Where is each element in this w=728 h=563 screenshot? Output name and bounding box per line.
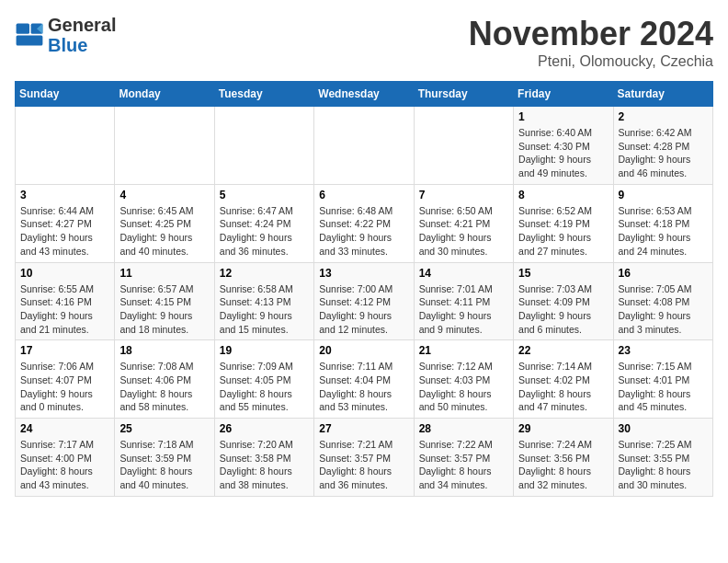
day-detail: Sunrise: 7:08 AM Sunset: 4:06 PM Dayligh… bbox=[119, 360, 209, 414]
logo-text-blue: Blue bbox=[48, 35, 116, 55]
calendar-cell: 15Sunrise: 7:03 AM Sunset: 4:09 PM Dayli… bbox=[514, 262, 613, 340]
day-number: 22 bbox=[518, 344, 608, 357]
calendar-header-row: Sunday Monday Tuesday Wednesday Thursday… bbox=[16, 82, 713, 107]
calendar-cell: 13Sunrise: 7:00 AM Sunset: 4:12 PM Dayli… bbox=[314, 262, 414, 340]
calendar-cell: 14Sunrise: 7:01 AM Sunset: 4:11 PM Dayli… bbox=[414, 262, 513, 340]
logo: General Blue bbox=[15, 15, 116, 55]
calendar-week-row: 17Sunrise: 7:06 AM Sunset: 4:07 PM Dayli… bbox=[16, 340, 713, 419]
calendar-cell: 20Sunrise: 7:11 AM Sunset: 4:04 PM Dayli… bbox=[314, 340, 414, 419]
day-detail: Sunrise: 7:25 AM Sunset: 3:55 PM Dayligh… bbox=[619, 438, 708, 492]
day-number: 12 bbox=[220, 267, 309, 280]
day-number: 19 bbox=[220, 344, 309, 357]
day-detail: Sunrise: 7:00 AM Sunset: 4:12 PM Dayligh… bbox=[319, 282, 408, 337]
month-title: November 2024 bbox=[469, 15, 713, 53]
calendar-cell: 10Sunrise: 6:55 AM Sunset: 4:16 PM Dayli… bbox=[16, 262, 115, 340]
calendar-cell bbox=[414, 107, 513, 185]
calendar-cell: 23Sunrise: 7:15 AM Sunset: 4:01 PM Dayli… bbox=[613, 340, 712, 419]
day-detail: Sunrise: 7:01 AM Sunset: 4:11 PM Dayligh… bbox=[419, 282, 508, 337]
calendar-cell: 1Sunrise: 6:40 AM Sunset: 4:30 PM Daylig… bbox=[514, 107, 613, 185]
day-number: 18 bbox=[119, 344, 209, 357]
calendar-cell: 18Sunrise: 7:08 AM Sunset: 4:06 PM Dayli… bbox=[115, 340, 214, 419]
day-number: 26 bbox=[220, 422, 309, 435]
day-number: 21 bbox=[419, 344, 508, 357]
day-number: 25 bbox=[119, 422, 209, 435]
calendar-cell: 26Sunrise: 7:20 AM Sunset: 3:58 PM Dayli… bbox=[214, 419, 313, 497]
day-detail: Sunrise: 7:20 AM Sunset: 3:58 PM Dayligh… bbox=[220, 438, 309, 492]
day-detail: Sunrise: 7:03 AM Sunset: 4:09 PM Dayligh… bbox=[518, 282, 608, 337]
calendar-cell: 11Sunrise: 6:57 AM Sunset: 4:15 PM Dayli… bbox=[115, 262, 214, 340]
day-detail: Sunrise: 6:50 AM Sunset: 4:21 PM Dayligh… bbox=[419, 204, 508, 259]
day-detail: Sunrise: 6:44 AM Sunset: 4:27 PM Dayligh… bbox=[20, 204, 109, 259]
day-detail: Sunrise: 6:40 AM Sunset: 4:30 PM Dayligh… bbox=[518, 126, 608, 180]
day-detail: Sunrise: 7:15 AM Sunset: 4:01 PM Dayligh… bbox=[619, 360, 708, 414]
location-subtitle: Pteni, Olomoucky, Czechia bbox=[469, 53, 713, 70]
day-number: 2 bbox=[619, 110, 708, 123]
day-detail: Sunrise: 7:18 AM Sunset: 3:59 PM Dayligh… bbox=[119, 438, 209, 492]
day-number: 23 bbox=[619, 344, 708, 357]
day-number: 28 bbox=[419, 422, 508, 435]
calendar-cell: 16Sunrise: 7:05 AM Sunset: 4:08 PM Dayli… bbox=[613, 262, 712, 340]
day-number: 6 bbox=[319, 189, 408, 201]
calendar-cell: 7Sunrise: 6:50 AM Sunset: 4:21 PM Daylig… bbox=[414, 184, 513, 262]
calendar-cell: 30Sunrise: 7:25 AM Sunset: 3:55 PM Dayli… bbox=[613, 419, 712, 497]
day-detail: Sunrise: 7:24 AM Sunset: 3:56 PM Dayligh… bbox=[518, 438, 608, 492]
calendar-cell: 27Sunrise: 7:21 AM Sunset: 3:57 PM Dayli… bbox=[314, 419, 414, 497]
calendar-cell: 9Sunrise: 6:53 AM Sunset: 4:18 PM Daylig… bbox=[613, 184, 712, 262]
calendar-cell bbox=[16, 107, 115, 185]
calendar-cell: 21Sunrise: 7:12 AM Sunset: 4:03 PM Dayli… bbox=[414, 340, 513, 419]
calendar-cell bbox=[115, 107, 214, 185]
day-number: 27 bbox=[319, 422, 408, 435]
day-detail: Sunrise: 6:58 AM Sunset: 4:13 PM Dayligh… bbox=[220, 282, 309, 337]
calendar-week-row: 1Sunrise: 6:40 AM Sunset: 4:30 PM Daylig… bbox=[16, 107, 713, 185]
day-number: 14 bbox=[419, 267, 508, 280]
day-number: 13 bbox=[319, 267, 408, 280]
day-number: 4 bbox=[119, 189, 209, 201]
calendar-cell: 3Sunrise: 6:44 AM Sunset: 4:27 PM Daylig… bbox=[16, 184, 115, 262]
logo-text-general: General bbox=[48, 15, 116, 35]
svg-rect-0 bbox=[17, 24, 29, 34]
title-block: November 2024 Pteni, Olomoucky, Czechia bbox=[469, 15, 713, 70]
col-saturday: Saturday bbox=[613, 82, 712, 107]
day-number: 17 bbox=[20, 344, 109, 357]
logo-icon bbox=[15, 22, 44, 48]
calendar-cell: 4Sunrise: 6:45 AM Sunset: 4:25 PM Daylig… bbox=[115, 184, 214, 262]
col-thursday: Thursday bbox=[414, 82, 513, 107]
calendar-cell: 24Sunrise: 7:17 AM Sunset: 4:00 PM Dayli… bbox=[16, 419, 115, 497]
day-detail: Sunrise: 7:05 AM Sunset: 4:08 PM Dayligh… bbox=[619, 282, 708, 337]
calendar-cell: 17Sunrise: 7:06 AM Sunset: 4:07 PM Dayli… bbox=[16, 340, 115, 419]
calendar-cell: 19Sunrise: 7:09 AM Sunset: 4:05 PM Dayli… bbox=[214, 340, 313, 419]
day-number: 15 bbox=[518, 267, 608, 280]
calendar-cell: 5Sunrise: 6:47 AM Sunset: 4:24 PM Daylig… bbox=[214, 184, 313, 262]
day-detail: Sunrise: 6:48 AM Sunset: 4:22 PM Dayligh… bbox=[319, 204, 408, 259]
day-detail: Sunrise: 7:21 AM Sunset: 3:57 PM Dayligh… bbox=[319, 438, 408, 492]
day-number: 5 bbox=[220, 189, 309, 201]
calendar-cell: 22Sunrise: 7:14 AM Sunset: 4:02 PM Dayli… bbox=[514, 340, 613, 419]
col-tuesday: Tuesday bbox=[214, 82, 313, 107]
calendar-cell bbox=[214, 107, 313, 185]
calendar-week-row: 24Sunrise: 7:17 AM Sunset: 4:00 PM Dayli… bbox=[16, 419, 713, 497]
calendar-cell: 8Sunrise: 6:52 AM Sunset: 4:19 PM Daylig… bbox=[514, 184, 613, 262]
day-number: 7 bbox=[419, 189, 508, 201]
day-detail: Sunrise: 6:47 AM Sunset: 4:24 PM Dayligh… bbox=[220, 204, 309, 259]
calendar-cell bbox=[314, 107, 414, 185]
day-number: 30 bbox=[619, 422, 708, 435]
svg-rect-3 bbox=[17, 35, 43, 45]
day-number: 1 bbox=[518, 110, 608, 123]
calendar-cell: 12Sunrise: 6:58 AM Sunset: 4:13 PM Dayli… bbox=[214, 262, 313, 340]
col-friday: Friday bbox=[514, 82, 613, 107]
day-detail: Sunrise: 6:57 AM Sunset: 4:15 PM Dayligh… bbox=[119, 282, 209, 337]
col-wednesday: Wednesday bbox=[314, 82, 414, 107]
day-detail: Sunrise: 6:45 AM Sunset: 4:25 PM Dayligh… bbox=[119, 204, 209, 259]
calendar-week-row: 3Sunrise: 6:44 AM Sunset: 4:27 PM Daylig… bbox=[16, 184, 713, 262]
page-header: General Blue November 2024 Pteni, Olomou… bbox=[15, 15, 713, 70]
day-detail: Sunrise: 7:06 AM Sunset: 4:07 PM Dayligh… bbox=[20, 360, 109, 414]
day-detail: Sunrise: 6:55 AM Sunset: 4:16 PM Dayligh… bbox=[20, 282, 109, 337]
day-detail: Sunrise: 7:12 AM Sunset: 4:03 PM Dayligh… bbox=[419, 360, 508, 414]
day-detail: Sunrise: 6:53 AM Sunset: 4:18 PM Dayligh… bbox=[619, 204, 708, 259]
day-detail: Sunrise: 6:42 AM Sunset: 4:28 PM Dayligh… bbox=[619, 126, 708, 180]
day-detail: Sunrise: 7:11 AM Sunset: 4:04 PM Dayligh… bbox=[319, 360, 408, 414]
day-number: 3 bbox=[20, 189, 109, 201]
day-detail: Sunrise: 6:52 AM Sunset: 4:19 PM Dayligh… bbox=[518, 204, 608, 259]
day-number: 10 bbox=[20, 267, 109, 280]
day-number: 9 bbox=[619, 189, 708, 201]
